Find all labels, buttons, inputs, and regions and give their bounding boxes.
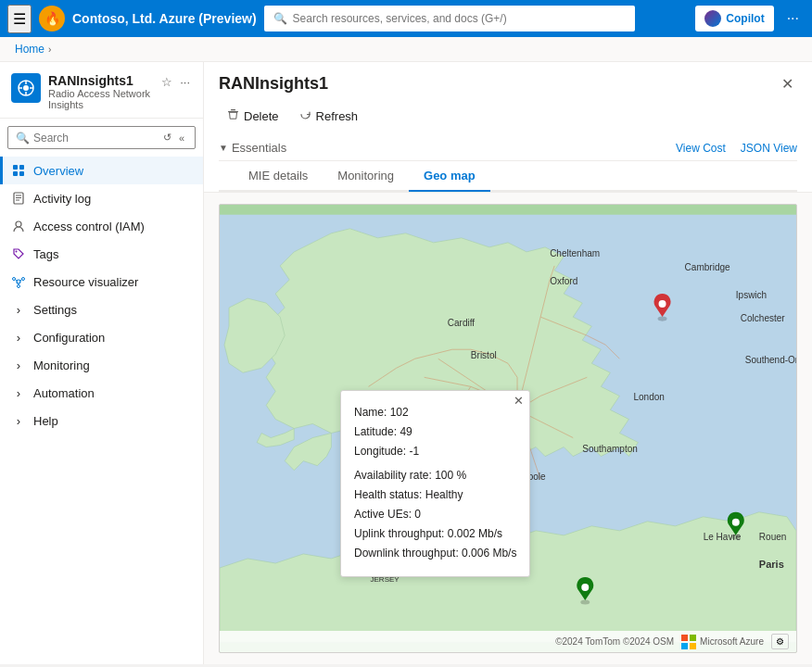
essentials-links: View Cost JSON View: [676, 142, 797, 155]
sidebar-item-configuration[interactable]: › Configuration: [0, 323, 203, 351]
sidebar-search-refresh-btn[interactable]: ↺: [160, 131, 174, 145]
map-copyright: ©2024 TomTom ©2024 OSM: [555, 636, 674, 647]
sidebar-item-activity-log-label: Activity log: [33, 192, 91, 206]
delete-label: Delete: [244, 109, 279, 123]
page-title: RANInsights1: [219, 74, 328, 94]
sidebar-search-area: 🔍 ↺ «: [0, 119, 203, 157]
popup-uplink: Uplink throughput: 0.002 Mb/s: [354, 525, 516, 543]
sidebar-item-overview[interactable]: Overview: [0, 157, 203, 184]
delete-icon: [227, 108, 239, 123]
svg-line-20: [15, 280, 17, 281]
favorite-button[interactable]: ☆: [159, 73, 174, 91]
svg-text:Cardiff: Cardiff: [448, 318, 476, 328]
essentials-label-text: Essentials: [232, 141, 286, 155]
sidebar: RANInsights1 Radio Access Network Insigh…: [0, 62, 204, 664]
svg-point-1: [23, 85, 29, 91]
svg-text:Southampton: Southampton: [582, 444, 638, 454]
global-search-input[interactable]: [293, 12, 626, 25]
svg-rect-8: [13, 171, 18, 176]
toolbar: Delete Refresh: [219, 104, 797, 128]
breadcrumb: Home ›: [0, 37, 812, 62]
svg-text:Paris: Paris: [759, 559, 784, 570]
tab-monitoring[interactable]: Monitoring: [323, 161, 409, 192]
svg-text:London: London: [633, 392, 664, 402]
sidebar-item-automation[interactable]: › Automation: [0, 379, 203, 407]
sidebar-item-resource-visualizer-label: Resource visualizer: [33, 275, 138, 289]
breadcrumb-home[interactable]: Home: [15, 43, 44, 56]
sidebar-item-configuration-label: Configuration: [33, 331, 105, 345]
svg-point-48: [581, 584, 589, 591]
tab-bar: MIE details Monitoring Geo map: [219, 161, 797, 192]
tab-geo-map[interactable]: Geo map: [409, 161, 490, 192]
svg-point-15: [16, 251, 18, 253]
topbar: ☰ 🔥 Contoso, Ltd. Azure (Preview) 🔍 Copi…: [0, 0, 812, 37]
svg-rect-52: [690, 643, 696, 649]
sidebar-item-access-control-label: Access control (IAM): [33, 220, 145, 233]
svg-rect-51: [681, 643, 688, 649]
copilot-button[interactable]: Copilot: [695, 6, 773, 31]
topbar-right: Copilot ···: [695, 6, 805, 31]
global-search-box[interactable]: 🔍: [264, 6, 635, 31]
map-popup-close-button[interactable]: ✕: [514, 395, 524, 407]
automation-chevron-icon: ›: [11, 385, 26, 400]
refresh-button[interactable]: Refresh: [291, 104, 367, 128]
svg-text:Ipswich: Ipswich: [736, 290, 767, 300]
map-settings-button[interactable]: ⚙: [771, 634, 789, 649]
essentials-toggle[interactable]: ▼ Essentials: [219, 141, 286, 155]
content-header-top: RANInsights1 ✕: [219, 71, 797, 96]
svg-rect-49: [681, 635, 688, 641]
overview-icon: [11, 163, 26, 178]
help-chevron-icon: ›: [11, 413, 26, 428]
sidebar-search-collapse-btn[interactable]: «: [176, 131, 187, 145]
svg-point-46: [732, 519, 740, 526]
map-azure-label: Microsoft Azure: [700, 636, 764, 647]
delete-button[interactable]: Delete: [219, 104, 287, 128]
configuration-chevron-icon: ›: [11, 330, 26, 345]
popup-downlink: Downlink throughput: 0.006 Mb/s: [354, 545, 516, 562]
svg-rect-7: [19, 165, 24, 170]
copilot-label: Copilot: [726, 12, 764, 25]
org-name: Contoso, Ltd. Azure (Preview): [72, 11, 257, 26]
sidebar-search-box[interactable]: 🔍 ↺ «: [7, 126, 196, 149]
view-cost-link[interactable]: View Cost: [676, 142, 726, 155]
topbar-ellipsis: ···: [787, 10, 799, 26]
sidebar-item-access-control[interactable]: Access control (IAM): [0, 212, 203, 240]
sidebar-item-activity-log[interactable]: Activity log: [0, 184, 203, 212]
sidebar-item-help[interactable]: › Help: [0, 407, 203, 434]
sidebar-item-monitoring-label: Monitoring: [33, 359, 90, 372]
svg-rect-24: [231, 109, 235, 110]
map-popup: ✕ Name: 102 Latitude: 49 Longitude: -1 A…: [340, 390, 530, 577]
popup-longitude: Longitude: -1: [354, 443, 516, 460]
sidebar-item-tags-label: Tags: [33, 247, 58, 261]
main-layout: RANInsights1 Radio Access Network Insigh…: [0, 62, 812, 664]
svg-point-14: [16, 221, 21, 227]
svg-point-44: [659, 300, 666, 308]
sidebar-search-input[interactable]: [33, 132, 157, 145]
content-header: RANInsights1 ✕ Delete: [204, 62, 812, 193]
tab-mie-details[interactable]: MIE details: [234, 161, 323, 192]
hamburger-button[interactable]: ☰: [7, 5, 32, 33]
sidebar-item-tags[interactable]: Tags: [0, 240, 203, 268]
svg-text:Cheltenham: Cheltenham: [550, 248, 600, 258]
essentials-chevron-icon: ▼: [219, 143, 228, 153]
map-footer-azure: Microsoft Azure: [681, 635, 764, 649]
sidebar-item-automation-label: Automation: [33, 386, 95, 400]
svg-line-21: [20, 280, 22, 281]
settings-chevron-icon: ›: [11, 302, 26, 317]
svg-point-18: [22, 278, 25, 281]
svg-text:Rouen: Rouen: [759, 532, 787, 542]
sidebar-item-monitoring[interactable]: › Monitoring: [0, 351, 203, 379]
svg-point-47: [580, 600, 590, 605]
json-view-link[interactable]: JSON View: [741, 142, 797, 155]
popup-latitude: Latitude: 49: [354, 423, 516, 441]
hamburger-icon: ☰: [13, 11, 26, 27]
resource-more-button[interactable]: ···: [178, 73, 192, 91]
close-button[interactable]: ✕: [778, 71, 797, 96]
svg-rect-6: [13, 165, 18, 170]
sidebar-item-settings[interactable]: › Settings: [0, 296, 203, 323]
sidebar-search-controls: ↺ «: [160, 131, 187, 145]
topbar-more-button[interactable]: ···: [781, 6, 805, 31]
sidebar-item-resource-visualizer[interactable]: Resource visualizer: [0, 268, 203, 296]
resource-subtitle: Radio Access Network Insights: [48, 88, 152, 110]
map-wrapper[interactable]: Cambridge Ipswich Colchester Southend-On…: [219, 204, 797, 653]
